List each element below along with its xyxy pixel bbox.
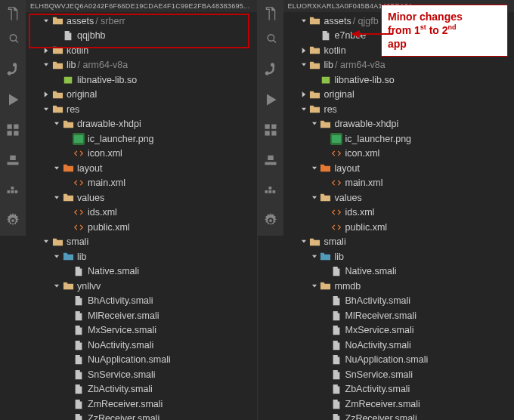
- tree-row[interactable]: drawable-xhdpi: [26, 117, 257, 132]
- tree-row[interactable]: res: [283, 102, 515, 117]
- remote-icon[interactable]: [4, 151, 22, 169]
- chevron-open-icon[interactable]: [299, 60, 309, 70]
- editor-tab[interactable]: ELHBQWVJEQ6A0242F6F66DE19CDAE4F1C99E2FBA…: [26, 0, 257, 12]
- chevron-open-icon[interactable]: [309, 281, 320, 292]
- tree-row[interactable]: smali: [283, 235, 515, 250]
- tree-row[interactable]: ic_launcher.png: [26, 131, 257, 147]
- tree-row[interactable]: ZzReceiver.smali: [26, 412, 257, 421]
- tree-row[interactable]: NoActivity.smali: [283, 338, 515, 353]
- tree-row[interactable]: ZmReceiver.smali: [283, 397, 515, 412]
- tree-row[interactable]: ic_launcher.png: [283, 131, 515, 147]
- chevron-open-icon[interactable]: [309, 119, 320, 129]
- tree-row[interactable]: ids.xml: [283, 205, 515, 221]
- tree-row[interactable]: lib: [26, 249, 257, 264]
- source-control-icon[interactable]: [262, 60, 280, 79]
- tree-row[interactable]: public.xml: [26, 220, 257, 235]
- tree-row[interactable]: NuApplication.smali: [283, 353, 515, 368]
- tree-row[interactable]: res: [26, 102, 257, 117]
- tree-row[interactable]: ZbActivity.smali: [26, 382, 257, 397]
- tree-row[interactable]: ids.xml: [26, 205, 257, 221]
- code-icon: [73, 147, 85, 159]
- chevron-open-icon[interactable]: [41, 16, 51, 26]
- chevron-open-icon[interactable]: [309, 163, 320, 174]
- folder-icon: [320, 118, 332, 130]
- files-icon[interactable]: [4, 5, 22, 23]
- tree-row[interactable]: lib: [283, 249, 515, 264]
- tree-label-suffix: / srberr: [95, 16, 125, 26]
- tree-row[interactable]: values: [26, 190, 257, 205]
- chevron-open-icon[interactable]: [51, 119, 62, 129]
- tree-row[interactable]: NoActivity.smali: [26, 338, 257, 353]
- tree-row[interactable]: SnService.smali: [283, 367, 515, 382]
- chevron-open-icon[interactable]: [51, 163, 62, 174]
- chevron-open-icon[interactable]: [51, 281, 62, 292]
- tree-row[interactable]: assets/ srberr: [26, 14, 257, 29]
- tree-row[interactable]: drawable-xhdpi: [283, 117, 515, 132]
- tree-row[interactable]: MxService.smali: [26, 323, 257, 338]
- tree-row[interactable]: libnative-lib.so: [26, 73, 257, 88]
- search-icon[interactable]: [4, 30, 22, 48]
- twistie-none: [320, 413, 330, 420]
- extensions-icon[interactable]: [262, 121, 280, 139]
- tree-row[interactable]: ynllvv: [26, 279, 257, 294]
- tree-row[interactable]: MlReceiver.smali: [26, 308, 257, 323]
- tree-row[interactable]: lib/ arm64-v8a: [26, 58, 257, 73]
- tree-row[interactable]: MlReceiver.smali: [283, 308, 515, 323]
- tree-row[interactable]: icon.xml: [26, 147, 257, 162]
- chevron-open-icon[interactable]: [299, 16, 309, 26]
- folder-icon: [51, 236, 63, 248]
- tree-label: original: [67, 89, 97, 100]
- search-icon[interactable]: [262, 30, 280, 48]
- chevron-open-icon[interactable]: [309, 193, 320, 203]
- chevron-closed-icon[interactable]: [41, 89, 51, 100]
- source-control-icon[interactable]: [4, 60, 22, 79]
- tree-row[interactable]: libnative-lib.so: [283, 73, 515, 88]
- chevron-open-icon[interactable]: [299, 236, 309, 247]
- docker-icon[interactable]: [4, 181, 22, 199]
- chevron-open-icon[interactable]: [41, 60, 51, 70]
- tree-row[interactable]: icon.xml: [283, 147, 515, 162]
- tree-row[interactable]: original: [26, 88, 257, 103]
- docker-icon[interactable]: [262, 181, 280, 199]
- chevron-open-icon[interactable]: [299, 104, 309, 115]
- tree-row[interactable]: lib/ arm64-v8a: [283, 58, 515, 73]
- chevron-closed-icon[interactable]: [41, 45, 51, 56]
- tree-row[interactable]: BhActivity.smali: [26, 294, 257, 309]
- run-icon[interactable]: [4, 91, 22, 109]
- tree-row[interactable]: BhActivity.smali: [283, 294, 515, 309]
- tree-row[interactable]: main.xml: [26, 176, 257, 191]
- tree-row[interactable]: main.xml: [283, 176, 515, 191]
- tree-row[interactable]: values: [283, 190, 515, 205]
- tree-row[interactable]: kotlin: [26, 43, 257, 58]
- tree-row[interactable]: original: [283, 88, 515, 103]
- settings-icon[interactable]: [262, 212, 280, 230]
- tree-row[interactable]: ZmReceiver.smali: [26, 397, 257, 412]
- tree-row[interactable]: Native.smali: [283, 264, 515, 279]
- chevron-closed-icon[interactable]: [299, 45, 309, 56]
- settings-icon[interactable]: [4, 212, 22, 230]
- tree-row[interactable]: NuApplication.smali: [26, 353, 257, 368]
- tree-row[interactable]: SnService.smali: [26, 367, 257, 382]
- chevron-open-icon[interactable]: [51, 252, 62, 262]
- tree-row[interactable]: smali: [26, 235, 257, 250]
- tree-row[interactable]: public.xml: [283, 220, 515, 235]
- tree-row[interactable]: layout: [26, 161, 257, 176]
- run-icon[interactable]: [262, 91, 280, 109]
- tree-row[interactable]: layout: [283, 161, 515, 176]
- chevron-open-icon[interactable]: [41, 236, 51, 247]
- remote-icon[interactable]: [262, 151, 280, 169]
- extensions-icon[interactable]: [4, 121, 22, 139]
- chevron-open-icon[interactable]: [309, 252, 320, 262]
- files-icon[interactable]: [262, 5, 280, 23]
- chevron-open-icon[interactable]: [51, 193, 62, 203]
- tree-row[interactable]: qqjbhb: [26, 29, 257, 44]
- tree-row[interactable]: ZzReceiver.smali: [283, 412, 515, 421]
- tree-label: main.xml: [345, 178, 383, 188]
- tree-row[interactable]: Native.smali: [26, 264, 257, 279]
- chevron-closed-icon[interactable]: [299, 89, 309, 100]
- tree-row[interactable]: MxService.smali: [283, 323, 515, 338]
- tree-row[interactable]: mmdb: [283, 279, 515, 294]
- tree-label: BhActivity.smali: [345, 295, 411, 306]
- chevron-open-icon[interactable]: [41, 104, 51, 115]
- tree-row[interactable]: ZbActivity.smali: [283, 382, 515, 397]
